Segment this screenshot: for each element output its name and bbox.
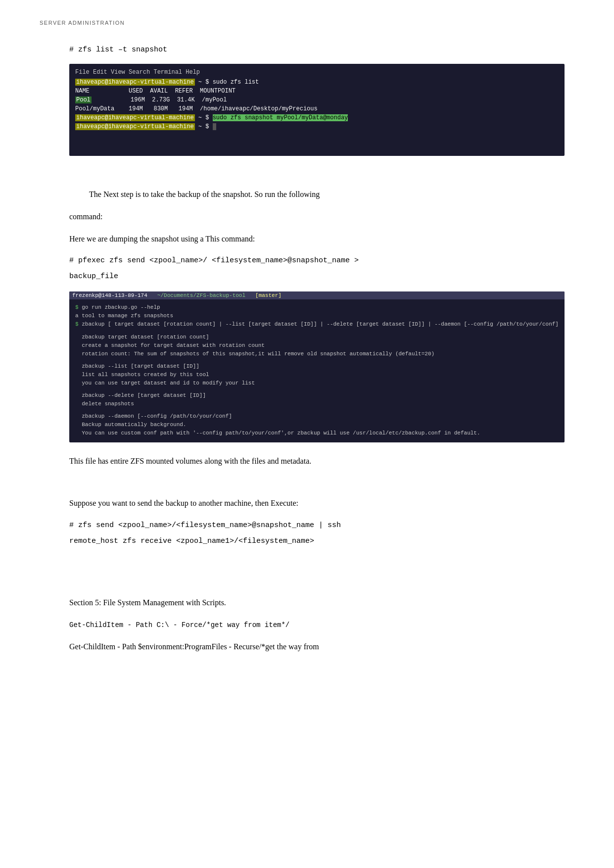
command-2: # zfs send <zpool_name>/<filesystem_name…	[69, 520, 565, 531]
terminal2-line-9: you can use target dataset and id to mod…	[75, 379, 559, 387]
terminal2-header: frezenkp@148-113-89-174 ~/Documents/ZFS-…	[69, 291, 565, 299]
command-1b: backup_file	[69, 271, 565, 283]
paragraph-2: Here we are dumping the snapshot using a…	[69, 232, 565, 246]
section-5-title: Section 5: File System Management with S…	[69, 596, 565, 610]
terminal2-line-1: $ go run zbackup.go --help	[75, 303, 559, 312]
terminal-line-1: ihaveapc@ihaveapc-virtual-machine ~ $ su…	[75, 78, 559, 87]
header-label: SERVER ADMINISTRATION	[40, 20, 125, 26]
terminal2-line-14: You can use custom conf path with '--con…	[75, 429, 559, 437]
terminal-line-4: Pool/myData 194M 830M 194M /home/ihaveap…	[75, 104, 559, 113]
terminal2-line-3: $ zbackup [ target dataset [rotation cou…	[75, 320, 559, 329]
terminal2-line-5: create a snapshot for target dataset wit…	[75, 341, 559, 350]
terminal-line-6: ihaveapc@ihaveapc-virtual-machine ~ $	[75, 122, 559, 131]
terminal2-line-6: rotation count: The sum of snapshots of …	[75, 350, 559, 358]
terminal2-branch: [master]	[255, 292, 282, 298]
terminal-line-5: ihaveapc@ihaveapc-virtual-machine ~ $ su…	[75, 113, 559, 122]
terminal-line-3: Pool 196M 2.73G 31.4K /myPool	[75, 96, 559, 104]
terminal2-hostname: frezenkp@148-113-89-174	[72, 292, 147, 298]
get-child-2: Get-ChildItem - Path $environment:Progra…	[69, 640, 565, 654]
page-header: SERVER ADMINISTRATION	[40, 20, 574, 26]
terminal2-line-2: a tool to manage zfs snapshots	[75, 312, 559, 320]
terminal2-line-7: zbackup --list [target dataset [ID]]	[75, 362, 559, 371]
get-child-1: Get-ChildItem - Path C:\ - Force/*get wa…	[69, 618, 565, 632]
command-2b: remote_host zfs receive <zpool_name1>/<f…	[69, 535, 565, 547]
zfs-list-command: # zfs list –t snapshot	[69, 46, 565, 54]
terminal2-line-4: zbackup target dataset [rotation count]	[75, 333, 559, 341]
paragraph-1: The Next step is to take the backup of t…	[69, 188, 565, 202]
paragraph-3: This file has entire ZFS mounted volumes…	[69, 454, 565, 469]
command-1: # pfexec zfs send <zpool_name>/ <filesys…	[69, 255, 565, 267]
terminal2-line-8: list all snapshots created by this tool	[75, 371, 559, 379]
terminal2-line-13: Backup automatically background.	[75, 421, 559, 429]
terminal-menu-bar: File Edit View Search Terminal Help	[75, 69, 559, 76]
terminal-block-1: File Edit View Search Terminal Help ihav…	[69, 64, 565, 156]
terminal2-line-10: zbackup --delete [target dataset [ID]]	[75, 391, 559, 400]
terminal2-line-11: delete snapshots	[75, 400, 559, 408]
terminal-block-2: frezenkp@148-113-89-174 ~/Documents/ZFS-…	[69, 291, 565, 442]
terminal2-line-12: zbackup --daemon [--config /path/to/your…	[75, 412, 559, 421]
terminal-line-2: NAME USED AVAIL REFER MOUNTPOINT	[75, 87, 559, 96]
paragraph-1b: command:	[69, 210, 565, 224]
paragraph-4: Suppose you want to send the backup to a…	[69, 496, 565, 511]
terminal2-path: ~/Documents/ZFS-backup-tool	[157, 292, 245, 298]
